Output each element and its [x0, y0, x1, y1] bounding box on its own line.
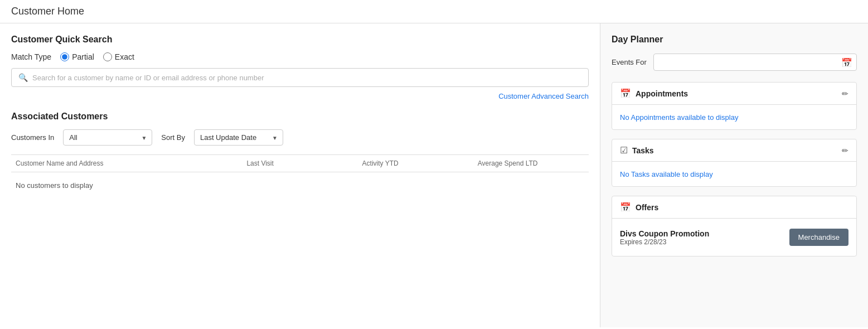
offers-body: Divs Coupon Promotion Expires 2/28/23 Me… — [612, 219, 856, 256]
day-planner-title: Day Planner — [612, 35, 857, 45]
offer-expires: Expires 2/28/23 — [620, 238, 709, 246]
page-header: Customer Home — [0, 0, 868, 23]
events-for-label: Events For — [612, 58, 647, 66]
offers-card: 📅 Offers Divs Coupon Promotion Expires 2… — [612, 196, 857, 257]
appointments-card: 📅 Appointments ✏ No Appointments availab… — [612, 82, 857, 130]
search-input[interactable] — [32, 74, 581, 82]
events-for-date-input[interactable]: 02/27/2023 — [653, 54, 857, 71]
appointments-no-data: No Appointments available to display — [620, 113, 738, 122]
quick-search-title: Customer Quick Search — [11, 35, 589, 45]
exact-radio-option[interactable]: Exact — [103, 52, 134, 61]
associated-customers-title: Associated Customers — [11, 112, 589, 122]
search-icon: 🔍 — [18, 73, 28, 82]
offers-icon: 📅 — [620, 202, 631, 212]
page-title: Customer Home — [11, 6, 857, 17]
col-avg-spend-ltd: Average Spend LTD — [473, 159, 589, 167]
customers-in-select[interactable]: All Group Individual — [63, 129, 152, 146]
merchandise-button[interactable]: Merchandise — [789, 229, 848, 246]
tasks-no-data: No Tasks available to display — [620, 170, 713, 178]
offers-header: 📅 Offers — [612, 196, 856, 219]
match-type-label: Match Type — [11, 52, 51, 61]
appointments-icon: 📅 — [620, 88, 631, 99]
filter-row: Customers In All Group Individual ▼ Sort… — [11, 129, 589, 146]
search-box-wrapper: 🔍 — [11, 68, 589, 87]
appointments-edit-icon[interactable]: ✏ — [842, 89, 848, 98]
no-customers-message: No customers to display — [11, 172, 589, 199]
offer-item: Divs Coupon Promotion Expires 2/28/23 Me… — [620, 226, 848, 248]
appointments-title-group: 📅 Appointments — [620, 88, 688, 99]
customers-in-label: Customers In — [11, 133, 54, 142]
tasks-icon: ☑ — [620, 145, 628, 156]
partial-radio[interactable] — [60, 52, 69, 61]
sort-by-select[interactable]: Last Update Date Name Last Visit — [194, 129, 283, 146]
col-last-visit: Last Visit — [242, 159, 357, 167]
tasks-edit-icon[interactable]: ✏ — [842, 146, 848, 155]
main-layout: Customer Quick Search Match Type Partial… — [0, 23, 868, 327]
advanced-search-link-wrapper: Customer Advanced Search — [11, 91, 589, 100]
partial-label: Partial — [72, 52, 94, 61]
col-name-address: Customer Name and Address — [11, 159, 242, 167]
customers-in-select-wrapper: All Group Individual ▼ — [63, 129, 152, 146]
partial-radio-option[interactable]: Partial — [60, 52, 94, 61]
appointments-title: Appointments — [636, 89, 688, 98]
tasks-title: Tasks — [632, 146, 654, 155]
exact-label: Exact — [115, 52, 134, 61]
col-activity-ytd: Activity YTD — [358, 159, 473, 167]
offer-item-info: Divs Coupon Promotion Expires 2/28/23 — [620, 229, 709, 246]
advanced-search-link[interactable]: Customer Advanced Search — [498, 92, 589, 100]
offers-title-group: 📅 Offers — [620, 202, 658, 212]
tasks-body: No Tasks available to display — [612, 162, 856, 186]
tasks-card: ☑ Tasks ✏ No Tasks available to display — [612, 139, 857, 187]
sort-by-select-wrapper: Last Update Date Name Last Visit ▼ — [194, 129, 283, 146]
tasks-title-group: ☑ Tasks — [620, 145, 654, 156]
exact-radio[interactable] — [103, 52, 112, 61]
tasks-header: ☑ Tasks ✏ — [612, 139, 856, 162]
appointments-header: 📅 Appointments ✏ — [612, 83, 856, 105]
appointments-body: No Appointments available to display — [612, 105, 856, 129]
events-for-date-wrapper: 02/27/2023 📅 — [653, 54, 857, 71]
sort-by-label: Sort By — [161, 133, 185, 142]
left-panel: Customer Quick Search Match Type Partial… — [0, 23, 600, 327]
offers-title: Offers — [636, 203, 658, 212]
table-header: Customer Name and Address Last Visit Act… — [11, 154, 589, 172]
events-for-row: Events For 02/27/2023 📅 — [612, 54, 857, 71]
right-panel: Day Planner Events For 02/27/2023 📅 📅 Ap… — [600, 23, 868, 327]
match-type-row: Match Type Partial Exact — [11, 52, 589, 61]
offer-name: Divs Coupon Promotion — [620, 229, 709, 238]
